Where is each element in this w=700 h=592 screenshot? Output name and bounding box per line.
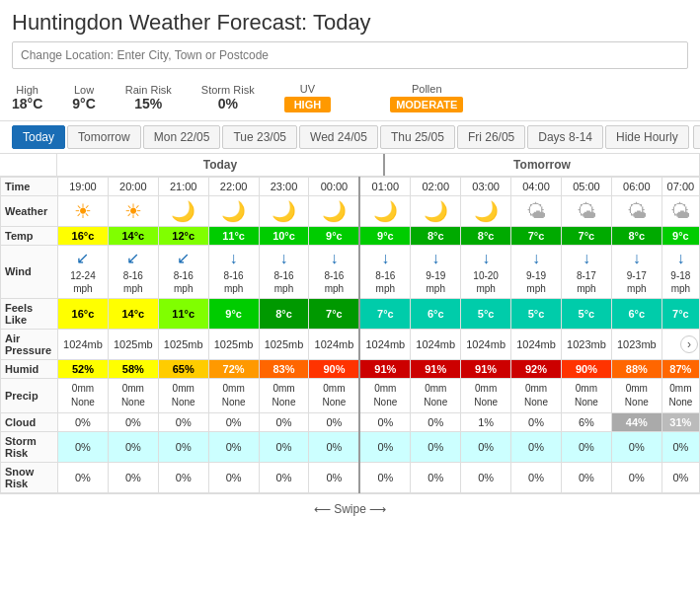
cloud-1900: 0% bbox=[58, 412, 109, 431]
wind-0700: ↓9-18mph bbox=[661, 246, 699, 299]
cloud-0500: 6% bbox=[561, 412, 611, 431]
pollen-badge: MODERATE bbox=[390, 97, 463, 112]
weather-2200: 🌙 bbox=[208, 196, 259, 227]
tab-hide-hourly[interactable]: Hide Hourly bbox=[605, 125, 689, 149]
feels-0000: 7°c bbox=[309, 298, 359, 329]
tab-today[interactable]: Today bbox=[12, 125, 65, 149]
feels-0300: 5°c bbox=[461, 298, 511, 329]
precip-0700: 0mmNone bbox=[661, 378, 699, 412]
storm-0200: 0% bbox=[411, 431, 461, 462]
stat-high: High 18°C bbox=[12, 84, 42, 111]
weather-2000: ☀ bbox=[108, 196, 158, 227]
low-value: 9°C bbox=[72, 96, 96, 111]
feels-0600: 6°c bbox=[611, 298, 661, 329]
wind-2100: ↙8-16mph bbox=[158, 246, 208, 299]
humidity-row: Humid 52% 58% 65% 72% 83% 90% 91% 91% 91… bbox=[1, 359, 700, 378]
tab-tomorrow[interactable]: Tomorrow bbox=[67, 125, 141, 149]
weather-1900: ☀ bbox=[58, 196, 109, 227]
precip-0500: 0mmNone bbox=[561, 378, 611, 412]
precip-0100: 0mmNone bbox=[359, 378, 410, 412]
snow-0100: 0% bbox=[359, 462, 410, 492]
cloud-2200: 0% bbox=[208, 412, 259, 431]
feels-2100: 11°c bbox=[158, 298, 208, 329]
weather-2300: 🌙 bbox=[259, 196, 309, 227]
tab-celsius[interactable]: C bbox=[693, 125, 700, 149]
humid-1900: 52% bbox=[58, 359, 109, 378]
tab-mon[interactable]: Mon 22/05 bbox=[143, 125, 221, 149]
humid-0700: 87% bbox=[661, 359, 699, 378]
temp-0200: 8°c bbox=[411, 227, 461, 246]
weather-0300: 🌙 bbox=[461, 196, 511, 227]
rain-value: 15% bbox=[125, 96, 172, 111]
snow-0500: 0% bbox=[561, 462, 611, 492]
time-0200: 02:00 bbox=[411, 178, 461, 196]
feels-0100: 7°c bbox=[359, 298, 410, 329]
snow-2000: 0% bbox=[108, 462, 158, 492]
low-label: Low bbox=[72, 84, 96, 96]
wind-0300: ↓10-20mph bbox=[461, 246, 511, 299]
precip-0300: 0mmNone bbox=[461, 378, 511, 412]
scroll-right-button[interactable]: › bbox=[680, 335, 698, 353]
precip-2300: 0mmNone bbox=[259, 378, 309, 412]
feels-label: Feels Like bbox=[1, 298, 58, 329]
feels-0200: 6°c bbox=[411, 298, 461, 329]
temp-0100: 9°c bbox=[359, 227, 410, 246]
snow-2100: 0% bbox=[158, 462, 208, 492]
feels-2300: 8°c bbox=[259, 298, 309, 329]
time-0700: 07:00 bbox=[661, 178, 699, 196]
swipe-indicator: ⟵ Swipe ⟶ bbox=[0, 493, 700, 524]
storm-value: 0% bbox=[201, 96, 255, 111]
temp-0400: 7°c bbox=[511, 227, 562, 246]
temp-0600: 8°c bbox=[611, 227, 661, 246]
wind-2200: ↓8-16mph bbox=[208, 246, 259, 299]
weather-0700: 🌤 bbox=[661, 196, 699, 227]
tab-tue[interactable]: Tue 23/05 bbox=[222, 125, 297, 149]
snow-0400: 0% bbox=[511, 462, 562, 492]
time-2100: 21:00 bbox=[158, 178, 208, 196]
temp-1900: 16°c bbox=[58, 227, 109, 246]
humid-2000: 58% bbox=[108, 359, 158, 378]
precip-row: Precip 0mmNone 0mmNone 0mmNone 0mmNone 0… bbox=[1, 378, 700, 412]
location-bar[interactable] bbox=[12, 41, 688, 69]
storm-0600: 0% bbox=[611, 431, 661, 462]
temp-2200: 11°c bbox=[208, 227, 259, 246]
tab-days[interactable]: Days 8-14 bbox=[527, 125, 603, 149]
temp-label: Temp bbox=[1, 227, 58, 246]
humid-label: Humid bbox=[1, 359, 58, 378]
time-0500: 05:00 bbox=[561, 178, 611, 196]
humid-2200: 72% bbox=[208, 359, 259, 378]
temp-0000: 9°c bbox=[309, 227, 359, 246]
location-input[interactable] bbox=[12, 41, 688, 69]
weather-2100: 🌙 bbox=[158, 196, 208, 227]
time-2000: 20:00 bbox=[108, 178, 158, 196]
press-0000: 1024mb bbox=[309, 329, 359, 359]
feels-0400: 5°c bbox=[511, 298, 562, 329]
humid-0400: 92% bbox=[511, 359, 562, 378]
storm-2200: 0% bbox=[208, 431, 259, 462]
stat-low: Low 9°C bbox=[72, 84, 96, 111]
feels-2200: 9°c bbox=[208, 298, 259, 329]
press-2300: 1025mb bbox=[259, 329, 309, 359]
storm-0100: 0% bbox=[359, 431, 410, 462]
press-0400: 1024mb bbox=[511, 329, 562, 359]
feels-0500: 5°c bbox=[561, 298, 611, 329]
tab-thu[interactable]: Thu 25/05 bbox=[380, 125, 455, 149]
humid-2100: 65% bbox=[158, 359, 208, 378]
storm-2300: 0% bbox=[259, 431, 309, 462]
feels-0700: 7°c bbox=[661, 298, 699, 329]
storm-label: Storm Risk bbox=[201, 84, 255, 96]
press-2200: 1025mb bbox=[208, 329, 259, 359]
snow-0700: 0% bbox=[661, 462, 699, 492]
wind-2300: ↓8-16mph bbox=[259, 246, 309, 299]
rain-label: Rain Risk bbox=[125, 84, 172, 96]
precip-0600: 0mmNone bbox=[611, 378, 661, 412]
cloud-2000: 0% bbox=[108, 412, 158, 431]
cloud-0600: 44% bbox=[611, 412, 661, 431]
humid-0500: 90% bbox=[561, 359, 611, 378]
press-0100: 1024mb bbox=[359, 329, 410, 359]
table-container: Time 19:00 20:00 21:00 22:00 23:00 00:00… bbox=[0, 177, 700, 493]
press-0200: 1024mb bbox=[411, 329, 461, 359]
time-0400: 04:00 bbox=[511, 178, 562, 196]
tab-wed[interactable]: Wed 24/05 bbox=[299, 125, 378, 149]
tab-fri[interactable]: Fri 26/05 bbox=[457, 125, 525, 149]
